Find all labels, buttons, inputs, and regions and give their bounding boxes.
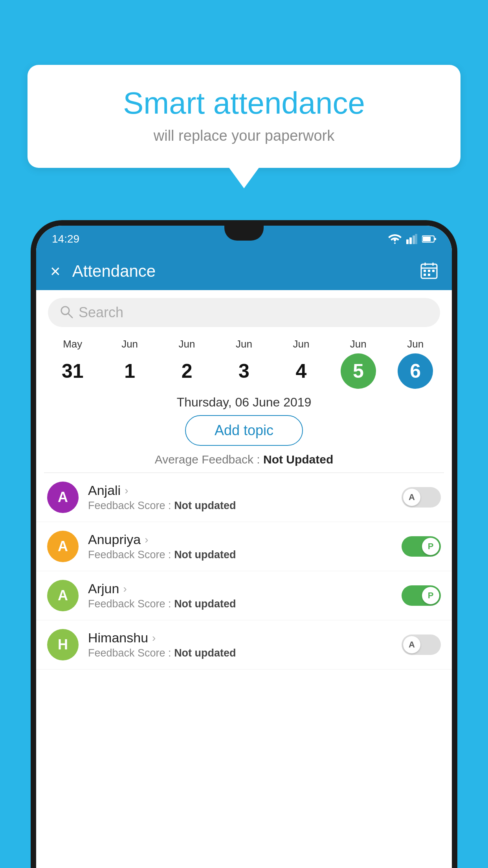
status-bar: 14:29 xyxy=(36,226,452,252)
svg-rect-11 xyxy=(424,270,426,272)
svg-rect-14 xyxy=(424,274,426,276)
search-icon xyxy=(60,305,73,320)
search-placeholder: Search xyxy=(79,304,123,321)
student-feedback: Feedback Score : Not updated xyxy=(88,500,402,512)
bubble-title: Smart attendance xyxy=(51,86,437,120)
svg-rect-5 xyxy=(423,237,431,241)
student-row[interactable]: AArjun ›Feedback Score : Not updatedP xyxy=(36,571,452,620)
attendance-toggle[interactable]: A xyxy=(402,634,441,655)
cal-day-number: 3 xyxy=(226,353,262,389)
status-icons xyxy=(388,234,436,244)
calendar-strip: May31Jun1Jun2Jun3Jun4Jun5Jun6 xyxy=(36,331,452,391)
cal-day-number: 2 xyxy=(169,353,205,389)
svg-rect-0 xyxy=(406,239,409,244)
calendar-button[interactable] xyxy=(420,262,438,281)
speech-bubble: Smart attendance will replace your paper… xyxy=(28,65,460,168)
toggle-wrap[interactable]: P xyxy=(402,536,441,557)
chevron-icon: › xyxy=(123,583,127,595)
avg-feedback: Average Feedback : Not Updated xyxy=(36,453,452,466)
calendar-day[interactable]: Jun6 xyxy=(398,338,433,389)
svg-line-17 xyxy=(68,313,72,318)
student-info: Anupriya ›Feedback Score : Not updated xyxy=(88,532,402,561)
cal-month-label: Jun xyxy=(407,338,424,350)
signal-icon xyxy=(406,234,417,244)
app-header: × Attendance xyxy=(36,252,452,290)
svg-rect-2 xyxy=(413,235,415,244)
attendance-toggle[interactable]: P xyxy=(402,536,441,557)
toggle-wrap[interactable]: A xyxy=(402,634,441,655)
phone-inner: 14:29 xyxy=(36,226,452,868)
attendance-toggle[interactable]: P xyxy=(402,585,441,606)
chevron-icon: › xyxy=(125,484,128,497)
notch xyxy=(224,226,264,241)
svg-rect-13 xyxy=(432,270,435,272)
chevron-icon: › xyxy=(145,533,148,546)
student-avatar: A xyxy=(47,580,79,611)
student-name: Anupriya › xyxy=(88,532,402,547)
student-list: AAnjali ›Feedback Score : Not updatedAAA… xyxy=(36,473,452,669)
svg-rect-12 xyxy=(428,270,430,272)
student-avatar: A xyxy=(47,482,79,513)
student-feedback: Feedback Score : Not updated xyxy=(88,598,402,610)
attendance-toggle[interactable]: A xyxy=(402,487,441,508)
cal-day-number: 5 xyxy=(341,353,376,389)
student-feedback: Feedback Score : Not updated xyxy=(88,647,402,659)
calendar-day[interactable]: Jun3 xyxy=(226,338,262,389)
cal-month-label: Jun xyxy=(179,338,195,350)
phone-frame: 14:29 xyxy=(31,220,457,868)
selected-date-label: Thursday, 06 June 2019 xyxy=(36,391,452,415)
cal-month-label: Jun xyxy=(121,338,138,350)
svg-rect-3 xyxy=(415,234,417,244)
toggle-wrap[interactable]: A xyxy=(402,487,441,508)
header-title: Attendance xyxy=(72,262,420,281)
student-info: Arjun ›Feedback Score : Not updated xyxy=(88,581,402,610)
wifi-icon xyxy=(388,234,402,244)
bubble-subtitle: will replace your paperwork xyxy=(51,127,437,144)
cal-day-number: 1 xyxy=(112,353,147,389)
student-row[interactable]: AAnjali ›Feedback Score : Not updatedA xyxy=(36,473,452,522)
calendar-day[interactable]: Jun5 xyxy=(341,338,376,389)
calendar-day[interactable]: Jun1 xyxy=(112,338,147,389)
battery-icon xyxy=(422,235,436,243)
calendar-day[interactable]: Jun2 xyxy=(169,338,205,389)
chevron-icon: › xyxy=(152,632,156,644)
calendar-day[interactable]: Jun4 xyxy=(283,338,319,389)
student-info: Anjali ›Feedback Score : Not updated xyxy=(88,483,402,512)
student-name: Himanshu › xyxy=(88,630,402,645)
toggle-knob: P xyxy=(422,587,439,604)
student-avatar: A xyxy=(47,531,79,562)
close-button[interactable]: × xyxy=(50,261,61,281)
toggle-knob: A xyxy=(403,489,420,506)
cal-month-label: Jun xyxy=(236,338,252,350)
svg-rect-1 xyxy=(409,237,412,244)
toggle-knob: A xyxy=(403,636,420,653)
toggle-knob: P xyxy=(422,538,439,555)
add-topic-button[interactable]: Add topic xyxy=(185,415,303,446)
status-time: 14:29 xyxy=(52,233,79,245)
svg-rect-6 xyxy=(435,238,436,240)
student-row[interactable]: AAnupriya ›Feedback Score : Not updatedP xyxy=(36,522,452,571)
calendar-icon xyxy=(420,262,438,279)
search-bar[interactable]: Search xyxy=(48,298,440,327)
avg-feedback-value: Not Updated xyxy=(263,453,333,466)
cal-day-number: 6 xyxy=(398,353,433,389)
cal-month-label: Jun xyxy=(293,338,309,350)
student-row[interactable]: HHimanshu ›Feedback Score : Not updatedA xyxy=(36,620,452,669)
cal-day-number: 4 xyxy=(283,353,319,389)
cal-month-label: May xyxy=(63,338,82,350)
svg-rect-15 xyxy=(428,274,430,276)
toggle-wrap[interactable]: P xyxy=(402,585,441,606)
student-avatar: H xyxy=(47,629,79,660)
student-info: Himanshu ›Feedback Score : Not updated xyxy=(88,630,402,659)
calendar-day[interactable]: May31 xyxy=(55,338,90,389)
student-name: Arjun › xyxy=(88,581,402,596)
student-name: Anjali › xyxy=(88,483,402,498)
cal-day-number: 31 xyxy=(55,353,90,389)
student-feedback: Feedback Score : Not updated xyxy=(88,549,402,561)
avg-feedback-label: Average Feedback : xyxy=(155,453,263,466)
cal-month-label: Jun xyxy=(350,338,367,350)
